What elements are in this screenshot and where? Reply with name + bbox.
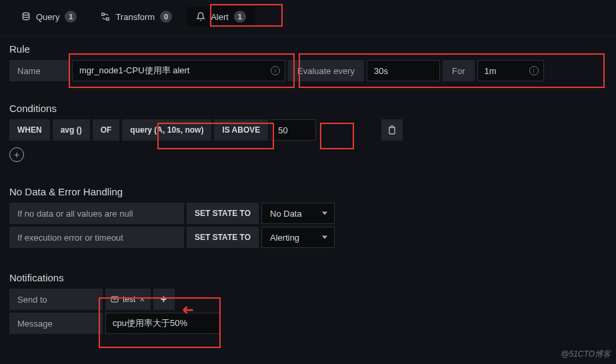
rule-title: Rule bbox=[9, 43, 616, 55]
cond-aggregate[interactable]: avg () bbox=[53, 119, 90, 141]
svg-point-0 bbox=[23, 13, 29, 15]
cond-isabove[interactable]: IS ABOVE bbox=[214, 119, 268, 141]
cond-of[interactable]: OF bbox=[93, 119, 120, 141]
tab-transform[interactable]: Transform 0 bbox=[91, 7, 181, 27]
errorhandling-title: No Data & Error Handling bbox=[9, 186, 616, 197]
info-icon[interactable]: i bbox=[271, 66, 280, 75]
info-icon[interactable]: i bbox=[529, 66, 539, 75]
notification-channel-name: test bbox=[123, 295, 135, 304]
rule-eval-label: Evaluate every bbox=[288, 60, 364, 81]
delete-condition-button[interactable] bbox=[381, 119, 403, 141]
add-condition-button[interactable]: + bbox=[9, 147, 24, 162]
rule-eval-input[interactable] bbox=[367, 60, 440, 81]
nodata-label: If no data or all values are null bbox=[9, 203, 184, 224]
close-icon[interactable]: × bbox=[139, 294, 145, 305]
sendto-label: Send to bbox=[9, 289, 103, 310]
watermark: @51CTO博客 bbox=[561, 349, 611, 360]
cond-threshold-input[interactable] bbox=[271, 119, 316, 141]
transform-icon bbox=[101, 12, 110, 21]
arrow-icon: ➜ bbox=[182, 301, 194, 319]
rule-for-label: For bbox=[443, 60, 475, 81]
database-icon bbox=[21, 12, 31, 21]
tab-alert-label: Alert bbox=[211, 12, 229, 22]
tab-transform-count: 0 bbox=[160, 11, 172, 23]
message-input[interactable] bbox=[105, 313, 220, 334]
nodata-setstate: SET STATE TO bbox=[187, 203, 259, 224]
svg-rect-2 bbox=[107, 18, 109, 21]
tab-transform-label: Transform bbox=[115, 12, 155, 22]
execerr-label: If execution error or timeout bbox=[9, 227, 184, 248]
cond-when[interactable]: WHEN bbox=[9, 119, 50, 141]
message-label: Message bbox=[9, 313, 103, 334]
nodata-state-select[interactable]: No Data bbox=[261, 203, 335, 224]
rule-name-label: Name bbox=[9, 60, 69, 81]
tab-query[interactable]: Query 1 bbox=[12, 7, 86, 27]
rule-name-input[interactable] bbox=[72, 60, 285, 81]
bell-icon bbox=[196, 12, 205, 21]
mail-icon bbox=[111, 295, 119, 303]
svg-rect-1 bbox=[102, 13, 105, 16]
notification-channel-chip[interactable]: test × bbox=[105, 289, 151, 310]
trash-icon bbox=[387, 125, 397, 135]
tab-query-count: 1 bbox=[65, 11, 77, 23]
cond-query[interactable]: query (A, 10s, now) bbox=[122, 119, 211, 141]
tab-alert-count: 1 bbox=[234, 11, 246, 23]
tab-alert[interactable]: Alert 1 bbox=[187, 7, 255, 27]
execerr-setstate: SET STATE TO bbox=[187, 227, 259, 248]
plus-icon: + bbox=[161, 293, 167, 305]
add-channel-button[interactable]: + bbox=[153, 289, 175, 310]
execerr-state-select[interactable]: Alerting bbox=[261, 227, 335, 248]
notifications-title: Notifications bbox=[9, 272, 616, 283]
tab-query-label: Query bbox=[36, 12, 59, 22]
conditions-title: Conditions bbox=[9, 103, 616, 114]
